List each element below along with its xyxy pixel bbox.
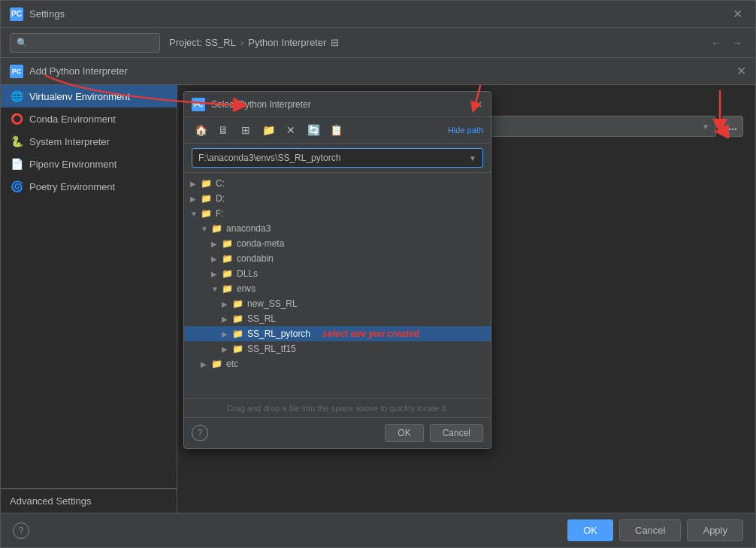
tree-label-envs: envs: [237, 283, 256, 294]
folder-icon-d: 📁: [201, 193, 213, 204]
sidebar-item-virtualenv[interactable]: 🌐 Virtualenv Environment: [1, 85, 177, 107]
folder-icon-c: 📁: [201, 178, 213, 189]
sidebar-item-label-poetry: Poetry Environment: [29, 181, 115, 192]
tree-arrow-d: ▶: [190, 195, 201, 203]
sub-dialog-header: PC Add Python Interpreter ✕: [1, 58, 755, 85]
file-picker-dialog: PC Select Python Interpreter ✕ 🏠 🖥 ⊞ 📁 ✕…: [183, 91, 491, 449]
virtualenv-icon: 🌐: [10, 89, 23, 103]
sidebar-panel: 🌐 Virtualenv Environment ⭕ Conda Environ…: [1, 85, 177, 513]
breadcrumb-project: Project: SS_RL: [169, 37, 236, 48]
tree-item-anaconda3[interactable]: ▼ 📁 anaconda3: [184, 221, 491, 236]
close-button[interactable]: ✕: [728, 5, 746, 23]
nav-back-button[interactable]: ←: [707, 34, 725, 52]
settings-ok-button[interactable]: OK: [567, 519, 613, 541]
tree-item-etc[interactable]: ▶ 📁 etc: [184, 356, 491, 371]
path-input-row: F:\anaconda3\envs\SS_RL_pytorch ▼: [184, 144, 491, 173]
tree-item-d[interactable]: ▶ 📁 D:: [184, 191, 491, 206]
tree-item-ss-rl-pytorch[interactable]: ▶ 📁 SS_RL_pytorch select env you created: [184, 326, 491, 341]
file-picker-help-button[interactable]: ?: [192, 425, 208, 441]
tree-arrow-etc: ▶: [201, 360, 211, 368]
main-content: 🌐 Virtualenv Environment ⭕ Conda Environ…: [1, 85, 755, 513]
tree-item-ss-rl-tf15[interactable]: ▶ 📁 SS_RL_tf15: [184, 341, 491, 356]
file-picker-footer: ? OK Cancel: [184, 417, 491, 448]
toolbar-delete-button[interactable]: ✕: [282, 122, 300, 138]
folder-icon-etc: 📁: [211, 359, 223, 369]
sub-dialog-close-button[interactable]: ✕: [736, 64, 746, 78]
sidebar-item-label-virtualenv: Virtualenv Environment: [29, 91, 130, 102]
window-title: Settings: [29, 8, 728, 20]
file-picker-cancel-button[interactable]: Cancel: [430, 424, 483, 442]
folder-icon-anaconda3: 📁: [211, 223, 223, 234]
tree-label-f: F:: [216, 208, 224, 219]
advanced-settings-panel: Advanced Settings: [1, 489, 177, 513]
file-picker-toolbar: 🏠 🖥 ⊞ 📁 ✕ 🔄 📋 Hide path: [184, 117, 491, 144]
path-input-text: F:\anaconda3\envs\SS_RL_pytorch: [198, 153, 340, 163]
settings-apply-button[interactable]: Apply: [687, 519, 743, 541]
toolbar-new-folder-button[interactable]: ⊞: [237, 122, 255, 138]
tree-arrow-ss-rl-pytorch: ▶: [222, 330, 232, 338]
settings-help-button[interactable]: ?: [13, 522, 29, 539]
tree-label-conda-meta: conda-meta: [237, 238, 284, 249]
tree-label-d: D:: [216, 193, 225, 204]
tree-item-new-ss-rl[interactable]: ▶ 📁 new_SS_RL: [184, 296, 491, 311]
tree-item-dlls[interactable]: ▶ 📁 DLLs: [184, 266, 491, 281]
folder-icon-envs: 📁: [222, 283, 234, 294]
settings-window: PC Settings ✕ 🔍 Project: SS_RL › Python …: [0, 0, 756, 548]
file-picker-app-icon: PC: [192, 98, 205, 111]
search-input[interactable]: 🔍: [10, 33, 160, 53]
tree-item-conda-meta[interactable]: ▶ 📁 conda-meta: [184, 236, 491, 251]
sidebar-item-label-pipenv: Pipenv Environment: [29, 159, 116, 170]
toolbar-folder-button[interactable]: 📁: [259, 122, 277, 138]
nav-forward-button[interactable]: →: [728, 34, 746, 52]
tree-label-condabin: condabin: [237, 253, 274, 264]
tree-arrow-dlls: ▶: [211, 270, 222, 278]
drop-hint: Drag and drop a file into the space abov…: [184, 398, 491, 417]
tree-arrow-ss-rl-tf15: ▶: [222, 345, 232, 353]
pipenv-icon: 📄: [10, 157, 23, 171]
folder-icon-condabin: 📁: [222, 253, 234, 264]
sidebar-item-system[interactable]: 🐍 System Interpreter: [1, 130, 177, 153]
file-picker-overlay: PC Select Python Interpreter ✕ 🏠 🖥 ⊞ 📁 ✕…: [177, 85, 755, 513]
tree-item-envs[interactable]: ▼ 📁 envs: [184, 281, 491, 296]
tree-arrow-envs: ▼: [211, 285, 222, 293]
tree-item-condabin[interactable]: ▶ 📁 condabin: [184, 251, 491, 266]
toolbar-copy-button[interactable]: 📋: [327, 122, 345, 138]
advanced-settings-label: Advanced Settings: [10, 495, 91, 507]
settings-cancel-button[interactable]: Cancel: [619, 519, 681, 541]
app-icon: PC: [10, 8, 23, 21]
search-icon: 🔍: [17, 38, 28, 48]
tree-label-anaconda3: anaconda3: [226, 223, 271, 234]
sidebar-item-pipenv[interactable]: 📄 Pipenv Environment: [1, 153, 177, 175]
file-picker-close-button[interactable]: ✕: [474, 98, 483, 111]
hide-path-button[interactable]: Hide path: [448, 126, 483, 135]
folder-icon-f: 📁: [201, 208, 213, 219]
toolbar-home-button[interactable]: 🏠: [192, 122, 210, 138]
path-input-box[interactable]: F:\anaconda3\envs\SS_RL_pytorch ▼: [192, 148, 483, 168]
conda-icon: ⭕: [10, 112, 23, 126]
sidebar-item-conda[interactable]: ⭕ Conda Environment: [1, 107, 177, 130]
settings-footer: ? OK Cancel Apply: [1, 513, 755, 547]
folder-icon-new-ss-rl: 📁: [232, 298, 244, 309]
tree-arrow-f: ▼: [190, 210, 201, 218]
tree-label-new-ss-rl: new_SS_RL: [247, 298, 298, 309]
nav-arrows: ← →: [707, 34, 746, 52]
file-picker-title: Select Python Interpreter: [211, 99, 474, 110]
sidebar-item-poetry[interactable]: 🌀 Poetry Environment: [1, 175, 177, 198]
toolbar-refresh-button[interactable]: 🔄: [304, 122, 322, 138]
file-picker-ok-button[interactable]: OK: [385, 424, 423, 442]
sub-dialog-icon: PC: [10, 65, 23, 78]
tree-arrow-ss-rl: ▶: [222, 315, 232, 323]
folder-icon-ss-rl-pytorch: 📁: [232, 328, 244, 339]
poetry-icon: 🌀: [10, 180, 23, 193]
folder-icon-conda-meta: 📁: [222, 238, 234, 249]
tree-item-f[interactable]: ▼ 📁 F:: [184, 206, 491, 221]
file-picker-header: PC Select Python Interpreter ✕: [184, 92, 491, 117]
system-icon: 🐍: [10, 135, 23, 148]
folder-icon-dlls: 📁: [222, 268, 234, 279]
right-panel: Environment: Existing New Interpreter:: [177, 85, 755, 513]
tree-item-ss-rl[interactable]: ▶ 📁 SS_RL: [184, 311, 491, 326]
tree-item-c[interactable]: ▶ 📁 C:: [184, 176, 491, 191]
toolbar-desktop-button[interactable]: 🖥: [214, 122, 232, 138]
tree-arrow-conda-meta: ▶: [211, 240, 222, 248]
tree-label-dlls: DLLs: [237, 268, 258, 279]
